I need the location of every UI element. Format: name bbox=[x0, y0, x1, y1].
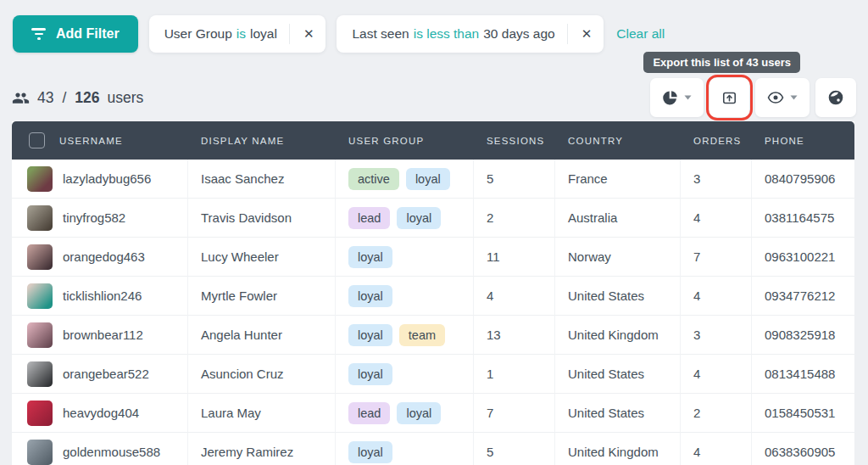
username: goldenmouse588 bbox=[63, 445, 160, 459]
sessions: 4 bbox=[474, 277, 555, 316]
username: brownbear112 bbox=[63, 328, 143, 342]
user-group-tag: loyal bbox=[397, 402, 441, 424]
country: United States bbox=[555, 355, 681, 394]
username: orangebear522 bbox=[63, 367, 149, 381]
user-group-tag: loyal bbox=[348, 246, 392, 268]
display-name: Jeremy Ramirez bbox=[188, 433, 336, 465]
filtered-count: 43 bbox=[37, 89, 53, 107]
display-name: Angela Hunter bbox=[188, 316, 336, 355]
country: Australia bbox=[555, 199, 681, 238]
phone: 0813415488 bbox=[752, 355, 854, 394]
country: United States bbox=[555, 394, 681, 433]
display-name: Myrtle Fowler bbox=[188, 277, 336, 316]
user-group-tag: loyal bbox=[348, 441, 392, 463]
remove-filter-icon[interactable]: ✕ bbox=[295, 21, 323, 47]
user-group-tag: lead bbox=[348, 207, 390, 229]
orders: 4 bbox=[681, 433, 752, 465]
count-separator: / bbox=[62, 89, 66, 107]
avatar bbox=[27, 322, 53, 348]
orders: 4 bbox=[681, 277, 752, 316]
orders: 3 bbox=[681, 160, 752, 199]
export-button[interactable] bbox=[709, 78, 749, 117]
country: France bbox=[555, 160, 681, 199]
avatar bbox=[27, 244, 53, 270]
phone: 0963100221 bbox=[752, 238, 854, 277]
phone: 0638360905 bbox=[752, 433, 854, 465]
clear-all-filters-link[interactable]: Clear all bbox=[616, 26, 665, 42]
chip-divider bbox=[289, 24, 290, 44]
users-count: 43 / 126 users bbox=[12, 89, 143, 107]
export-icon bbox=[721, 90, 737, 106]
table-row[interactable]: tinyfrog582 Travis Davidson leadloyal 2 … bbox=[12, 199, 854, 238]
column-header-user-group: USER GROUP bbox=[336, 121, 474, 160]
display-name: Laura May bbox=[188, 394, 336, 433]
filter-operator: is bbox=[236, 26, 246, 42]
table-row[interactable]: orangebear522 Asuncion Cruz loyal 1 Unit… bbox=[12, 355, 854, 394]
display-name: Isaac Sanchez bbox=[188, 160, 336, 199]
table-row[interactable]: heavydog404 Laura May leadloyal 7 United… bbox=[12, 394, 854, 433]
display-name: Asuncion Cruz bbox=[188, 355, 336, 394]
username: tinyfrog582 bbox=[63, 210, 125, 225]
globe-icon bbox=[827, 89, 844, 106]
filter-value: loyal bbox=[250, 26, 277, 42]
filter-chip-user-group[interactable]: User Group is loyal ✕ bbox=[149, 15, 326, 53]
display-name: Travis Davidson bbox=[188, 199, 336, 238]
filter-icon bbox=[31, 28, 46, 40]
user-group-tag: loyal bbox=[348, 285, 392, 307]
phone: 0158450531 bbox=[752, 394, 854, 433]
globe-button[interactable] bbox=[815, 78, 856, 117]
username: lazyladybug656 bbox=[63, 171, 151, 186]
export-tooltip: Export this list of 43 users bbox=[643, 52, 800, 73]
username: heavydog404 bbox=[63, 406, 139, 420]
add-filter-label: Add Filter bbox=[56, 26, 120, 42]
select-all-checkbox[interactable] bbox=[29, 132, 45, 148]
table-row[interactable]: goldenmouse588 Jeremy Ramirez loyal 5 Un… bbox=[12, 433, 854, 465]
sessions: 5 bbox=[474, 433, 555, 465]
table-row[interactable]: orangedog463 Lucy Wheeler loyal 11 Norwa… bbox=[12, 238, 854, 277]
user-group-tag: lead bbox=[348, 402, 390, 424]
remove-filter-icon[interactable]: ✕ bbox=[573, 21, 601, 47]
country: Norway bbox=[555, 238, 681, 277]
chevron-down-icon bbox=[790, 95, 798, 100]
sessions: 1 bbox=[474, 355, 555, 394]
orders: 7 bbox=[681, 238, 752, 277]
sessions: 7 bbox=[474, 394, 555, 433]
chart-view-button[interactable] bbox=[650, 78, 704, 117]
chip-divider bbox=[567, 24, 568, 44]
orders: 4 bbox=[681, 199, 752, 238]
user-group-tag: loyal bbox=[348, 363, 392, 385]
visibility-button[interactable] bbox=[755, 78, 810, 117]
table-row[interactable]: lazyladybug656 Isaac Sanchez activeloyal… bbox=[12, 160, 854, 199]
filter-field: User Group bbox=[164, 26, 232, 42]
pie-chart-icon bbox=[662, 90, 678, 106]
filter-operator: is less than bbox=[414, 26, 480, 42]
count-suffix: users bbox=[108, 89, 144, 107]
user-group-tag: loyal bbox=[406, 168, 450, 190]
total-count: 126 bbox=[75, 89, 99, 107]
sessions: 5 bbox=[474, 160, 555, 199]
table-row[interactable]: ticklishlion246 Myrtle Fowler loyal 4 Un… bbox=[12, 277, 854, 316]
user-table: USERNAME DISPLAY NAME USER GROUP SESSION… bbox=[12, 121, 856, 465]
toolbar: Export this list of 43 users bbox=[650, 78, 856, 117]
column-header-orders: ORDERS bbox=[681, 121, 752, 160]
add-filter-button[interactable]: Add Filter bbox=[13, 15, 138, 53]
user-group-tag: team bbox=[399, 324, 445, 346]
orders: 2 bbox=[681, 394, 752, 433]
filter-chip-last-seen[interactable]: Last seen is less than 30 days ago ✕ bbox=[337, 15, 604, 53]
table-row[interactable]: brownbear112 Angela Hunter loyalteam 13 … bbox=[12, 316, 854, 355]
country: United Kingdom bbox=[555, 433, 681, 465]
chevron-down-icon bbox=[684, 95, 692, 100]
phone: 0934776212 bbox=[752, 277, 854, 316]
phone: 0381164575 bbox=[752, 199, 854, 238]
user-group-tag: active bbox=[348, 168, 399, 190]
sessions: 13 bbox=[474, 316, 555, 355]
avatar bbox=[27, 440, 53, 465]
country: United States bbox=[555, 277, 681, 316]
avatar bbox=[27, 166, 53, 192]
filter-bar: Add Filter User Group is loyal ✕ Last se… bbox=[0, 0, 868, 53]
phone: 0908325918 bbox=[752, 316, 854, 355]
sessions: 11 bbox=[474, 238, 555, 277]
filter-field: Last seen bbox=[352, 26, 409, 42]
avatar bbox=[27, 361, 53, 387]
orders: 4 bbox=[681, 355, 752, 394]
